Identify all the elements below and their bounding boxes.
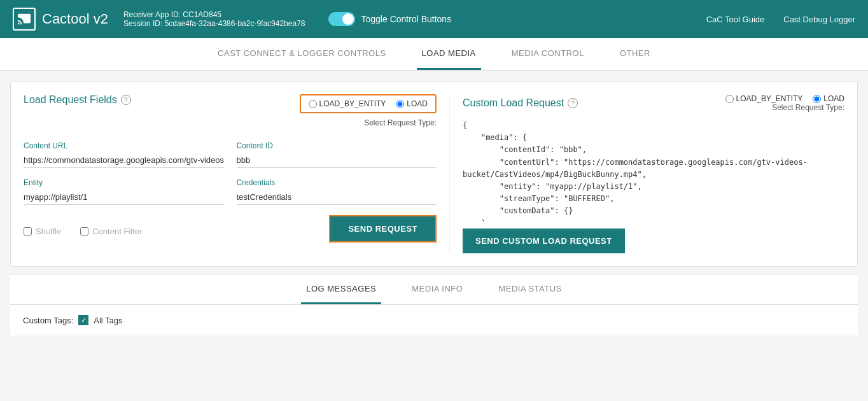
tab-media-info[interactable]: MEDIA INFO (407, 275, 468, 304)
load-request-title: Load Request Fields ? (24, 94, 131, 106)
custom-tags-label: Custom Tags: (23, 316, 73, 325)
content-filter-checkbox[interactable]: Content Filter (80, 227, 142, 236)
form-row-1: Content URL Content ID (24, 141, 437, 168)
tab-cast-connect[interactable]: CAST CONNECT & LOGGER CONTROLS (213, 38, 391, 70)
all-tags-checkbox[interactable] (78, 315, 88, 325)
custom-load-by-entity-radio[interactable]: LOAD_BY_ENTITY (725, 94, 803, 103)
credentials-input[interactable] (237, 190, 437, 205)
bottom-tabs: LOG MESSAGES MEDIA INFO MEDIA STATUS (10, 275, 858, 305)
custom-tags-row: Custom Tags: All Tags (23, 315, 845, 325)
checkbox-row: Shuffle Content Filter (24, 227, 142, 236)
bottom-section: LOG MESSAGES MEDIA INFO MEDIA STATUS Cus… (10, 274, 858, 335)
load-media-card: Load Request Fields ? LOAD_BY_ENTITY LOA… (10, 81, 858, 267)
cac-tool-guide-link[interactable]: CaC Tool Guide (706, 15, 765, 24)
load-radio[interactable]: LOAD (396, 99, 428, 108)
custom-load-json-textarea[interactable] (463, 120, 844, 222)
tab-media-control[interactable]: MEDIA CONTROL (507, 38, 589, 70)
custom-load-radio[interactable]: LOAD (813, 94, 844, 103)
custom-load-panel: Custom Load Request ? LOAD_BY_ENTITY LOA… (463, 94, 844, 253)
entity-input[interactable] (24, 190, 224, 205)
toggle-control-buttons[interactable] (328, 12, 355, 26)
load-request-top-row: Load Request Fields ? LOAD_BY_ENTITY LOA… (24, 94, 437, 135)
main-content: Load Request Fields ? LOAD_BY_ENTITY LOA… (0, 71, 868, 346)
tab-load-media[interactable]: LOAD MEDIA (417, 38, 481, 70)
toggle-section: Toggle Control Buttons (328, 12, 452, 26)
content-url-input[interactable] (24, 153, 224, 168)
entity-group: Entity (24, 178, 224, 205)
content-id-input[interactable] (237, 153, 437, 168)
send-custom-load-request-button[interactable]: SEND CUSTOM LOAD REQUEST (463, 229, 625, 253)
content-id-label: Content ID (237, 141, 437, 150)
custom-load-header: Custom Load Request ? LOAD_BY_ENTITY LOA… (463, 94, 844, 112)
custom-select-request-type-label: Select Request Type: (772, 103, 844, 112)
tab-media-status[interactable]: MEDIA STATUS (493, 275, 566, 304)
all-tags-label: All Tags (94, 316, 122, 325)
custom-load-title: Custom Load Request ? (463, 97, 578, 109)
session-info: Receiver App ID: CC1AD845 Session ID: 5c… (123, 10, 305, 28)
custom-request-type-section: LOAD_BY_ENTITY LOAD Select Request Type: (725, 94, 844, 112)
toggle-label: Toggle Control Buttons (361, 14, 452, 24)
request-type-box: LOAD_BY_ENTITY LOAD (300, 94, 437, 113)
bottom-content: Custom Tags: All Tags (10, 305, 858, 335)
app-header: Cactool v2 Receiver App ID: CC1AD845 Ses… (0, 0, 868, 38)
session-id: Session ID: 5cdae4fa-32aa-4386-ba2c-9fac… (123, 19, 305, 28)
credentials-label: Credentials (237, 178, 437, 187)
load-request-help-icon[interactable]: ? (121, 95, 131, 105)
custom-load-help-icon[interactable]: ? (568, 98, 578, 108)
content-url-group: Content URL (24, 141, 224, 168)
cast-debug-logger-link[interactable]: Cast Debug Logger (783, 15, 855, 24)
load-request-panel: Load Request Fields ? LOAD_BY_ENTITY LOA… (24, 94, 450, 253)
content-id-group: Content ID (237, 141, 437, 168)
logo-section: Cactool v2 (13, 8, 108, 31)
custom-radio-group: LOAD_BY_ENTITY LOAD (725, 94, 844, 103)
credentials-group: Credentials (237, 178, 437, 205)
select-request-type-label: Select Request Type: (364, 118, 437, 127)
app-title: Cactool v2 (42, 11, 108, 27)
request-type-section: LOAD_BY_ENTITY LOAD Select Request Type: (300, 94, 437, 127)
main-nav: CAST CONNECT & LOGGER CONTROLS LOAD MEDI… (0, 38, 868, 71)
shuffle-checkbox[interactable]: Shuffle (24, 227, 61, 236)
receiver-app-id: Receiver App ID: CC1AD845 (123, 10, 305, 19)
load-by-entity-radio[interactable]: LOAD_BY_ENTITY (309, 99, 386, 108)
header-links: CaC Tool Guide Cast Debug Logger (706, 15, 855, 24)
tab-log-messages[interactable]: LOG MESSAGES (301, 275, 381, 304)
cast-icon (13, 8, 36, 31)
entity-label: Entity (24, 178, 224, 187)
tab-other[interactable]: OTHER (615, 38, 655, 70)
content-url-label: Content URL (24, 141, 224, 150)
send-request-button[interactable]: SEND REQUEST (329, 215, 437, 243)
form-row-2: Entity Credentials (24, 178, 437, 205)
